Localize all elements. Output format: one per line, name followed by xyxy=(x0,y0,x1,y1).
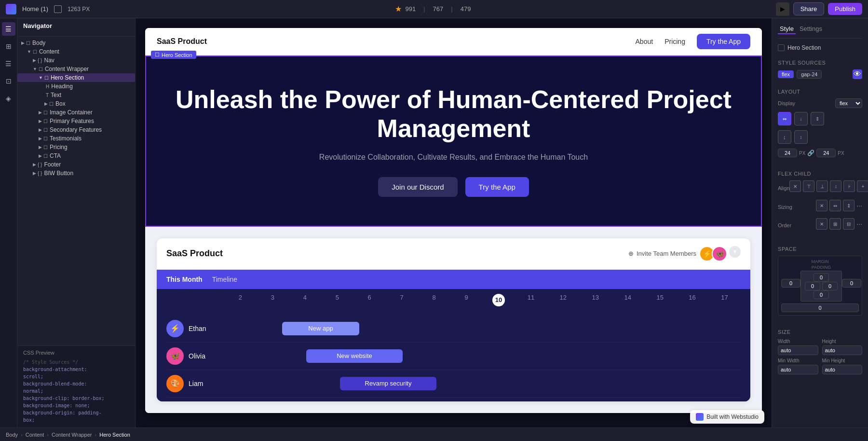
height-input[interactable] xyxy=(822,345,863,355)
breadcrumb-body[interactable]: Body xyxy=(6,432,18,438)
timeline-bar[interactable]: New website xyxy=(306,349,403,363)
assets-icon[interactable]: ◈ xyxy=(2,92,15,105)
tab-settings[interactable]: Settings xyxy=(798,24,824,34)
tree-item[interactable]: ▼☐Content xyxy=(17,47,135,56)
sizing-btn-v[interactable]: ⇕ xyxy=(843,200,854,211)
margin-bottom-input[interactable] xyxy=(781,303,859,312)
timeline-date[interactable]: 8 xyxy=(418,294,450,306)
timeline-tab-timeline[interactable]: Timeline xyxy=(212,276,237,283)
tree-item[interactable]: ▶☐CTA xyxy=(17,152,135,160)
tree-item[interactable]: ▶☐Box xyxy=(17,99,135,108)
tree-item[interactable]: ▶☐Image Container xyxy=(17,108,135,117)
components-icon[interactable]: ⊡ xyxy=(2,74,15,88)
timeline-date[interactable]: 10 xyxy=(483,294,515,306)
order-btn-2[interactable]: ⊟ xyxy=(843,218,854,230)
timeline-date[interactable]: 5 xyxy=(321,294,353,306)
breadcrumb-content-wrapper[interactable]: Content Wrapper xyxy=(52,432,92,438)
eye-icon[interactable]: 👁 xyxy=(853,69,862,79)
tree-item[interactable]: ▶{ }Nav xyxy=(17,56,135,65)
built-with-badge[interactable]: Built with Webstudio xyxy=(690,410,764,424)
align-btn-x[interactable]: ✕ xyxy=(789,180,801,192)
display-select[interactable]: flex block grid xyxy=(835,98,862,108)
tree-item[interactable]: ▶☐Pricing xyxy=(17,143,135,152)
padding-top-input[interactable] xyxy=(814,273,829,282)
timeline-date[interactable]: 15 xyxy=(644,294,676,306)
layers-icon[interactable]: ☰ xyxy=(2,57,15,70)
tree-item[interactable]: ▶☐Primary Features xyxy=(17,117,135,125)
nav-cta-button[interactable]: Try the App xyxy=(697,34,750,49)
timeline-date[interactable]: 12 xyxy=(547,294,579,306)
padding-left-input[interactable] xyxy=(805,282,820,290)
avatar-chevron[interactable]: ▼ xyxy=(729,246,741,258)
timeline-tab-month[interactable]: This Month xyxy=(166,276,203,283)
navigator-icon[interactable]: ☰ xyxy=(2,22,15,36)
margin-left-input[interactable] xyxy=(781,279,800,288)
padding-bottom-input[interactable] xyxy=(814,290,829,299)
tree-item[interactable]: ▼☐Hero Section xyxy=(17,73,135,82)
gap-tag[interactable]: gap-24 xyxy=(797,70,822,79)
share-button[interactable]: Share xyxy=(793,2,825,15)
search-icon[interactable]: ⊞ xyxy=(2,40,15,53)
padding-right-input[interactable] xyxy=(822,282,838,290)
min-height-input[interactable] xyxy=(822,365,863,374)
gap-input-1[interactable] xyxy=(778,149,797,157)
tree-item[interactable]: ▶{ }Footer xyxy=(17,160,135,169)
flex-tag[interactable]: flex xyxy=(778,70,794,78)
timeline-date[interactable]: 3 xyxy=(257,294,289,306)
play-button[interactable]: ▶ xyxy=(776,2,789,16)
min-width-input[interactable] xyxy=(778,365,818,374)
gap-input-2[interactable] xyxy=(816,149,836,157)
align-btn-plus[interactable]: + xyxy=(857,180,868,192)
copy-icon[interactable] xyxy=(54,5,62,13)
timeline-bar[interactable]: Revamp security xyxy=(340,377,436,390)
tree-item[interactable]: HHeading xyxy=(17,82,135,91)
align-btn-5[interactable]: ⊦ xyxy=(843,180,855,192)
sizing-btn-x[interactable]: ✕ xyxy=(816,200,827,211)
tree-item[interactable]: ▶☐Secondary Features xyxy=(17,125,135,134)
sizing-more-btn[interactable]: ··· xyxy=(856,202,862,209)
align-btn-mid[interactable]: ⊥ xyxy=(816,180,828,192)
canvas-area[interactable]: SaaS Product About Pricing Try the App ☐… xyxy=(136,18,772,427)
breadcrumb-content[interactable]: Content xyxy=(26,432,44,438)
timeline-date[interactable]: 11 xyxy=(515,294,547,306)
tryapp-button[interactable]: Try the App xyxy=(465,177,529,197)
timeline-date[interactable]: 13 xyxy=(579,294,611,306)
align-btn-bottom[interactable]: ↕ xyxy=(830,180,841,192)
home-label[interactable]: Home (1) xyxy=(22,5,48,13)
timeline-date[interactable]: 6 xyxy=(353,294,386,306)
link-icon[interactable]: 🔗 xyxy=(807,150,814,156)
timeline-date[interactable]: 17 xyxy=(708,294,741,306)
tree-item[interactable]: ▼☐Content Wrapper xyxy=(17,65,135,73)
flex-align-btn-1[interactable]: ⇔ xyxy=(778,112,791,125)
timeline-date[interactable]: 7 xyxy=(386,294,418,306)
breadcrumb-hero-section[interactable]: Hero Section xyxy=(99,432,130,438)
tab-style[interactable]: Style xyxy=(778,24,796,34)
flex-align-btn-2[interactable]: ↓ xyxy=(794,112,808,125)
timeline-bar[interactable]: New app xyxy=(282,322,359,335)
tree-item[interactable]: ▶☐Body xyxy=(17,39,135,47)
nav-link-pricing[interactable]: Pricing xyxy=(665,38,685,45)
invite-button[interactable]: ⊕ Invite Team Members xyxy=(628,250,696,257)
width-input[interactable] xyxy=(778,345,818,355)
order-more-btn[interactable]: ··· xyxy=(856,220,862,228)
timeline-date[interactable]: 4 xyxy=(289,294,321,306)
flex-align-btn-3[interactable]: ⇕ xyxy=(811,112,824,125)
tree-item[interactable]: ▶☐Testimonials xyxy=(17,134,135,143)
timeline-date[interactable]: 9 xyxy=(450,294,483,306)
star-icon[interactable]: ★ xyxy=(395,4,402,14)
sizing-btn-h[interactable]: ⇔ xyxy=(829,200,841,211)
timeline-date[interactable]: 2 xyxy=(224,294,257,306)
publish-button[interactable]: Publish xyxy=(828,3,862,15)
discord-button[interactable]: Join our Discord xyxy=(378,177,457,197)
timeline-date[interactable]: 16 xyxy=(676,294,708,306)
align-btn-top[interactable]: ⊤ xyxy=(803,180,814,192)
hero-section-checkbox[interactable] xyxy=(778,44,785,51)
order-btn-1[interactable]: ⊞ xyxy=(829,218,841,230)
flex-justify-btn-2[interactable]: ↕ xyxy=(794,130,808,144)
tree-item[interactable]: ▶{ }BIW Button xyxy=(17,169,135,178)
tree-item[interactable]: TText xyxy=(17,91,135,99)
margin-right-input[interactable] xyxy=(842,279,861,288)
flex-justify-btn-1[interactable]: ↨ xyxy=(778,130,791,144)
order-btn-x[interactable]: ✕ xyxy=(816,218,827,230)
nav-link-about[interactable]: About xyxy=(636,38,653,45)
